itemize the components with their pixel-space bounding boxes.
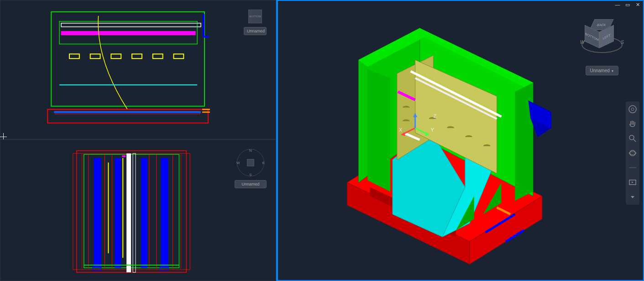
svg-rect-7 <box>90 54 100 58</box>
svg-rect-34 <box>133 154 136 272</box>
maximize-icon[interactable]: ▭ <box>625 2 630 7</box>
viewport-front[interactable]: BOTTOM Unnamed <box>0 0 276 139</box>
svg-rect-2 <box>61 23 201 27</box>
svg-rect-31 <box>141 158 147 268</box>
compass-ring[interactable]: N S E W <box>237 149 264 176</box>
svg-text:X: X <box>399 127 403 133</box>
viewcube-3d[interactable]: BACK BOTTOM LEFT W S Unnamed ▼ <box>579 19 625 65</box>
svg-marker-51 <box>367 69 390 191</box>
view-label-text: Unnamed <box>590 68 609 73</box>
compass-south[interactable]: S <box>249 173 251 177</box>
compass-east[interactable]: E <box>262 161 265 165</box>
view-label-button[interactable]: Unnamed <box>235 180 267 188</box>
svg-rect-18 <box>77 151 186 272</box>
svg-rect-9 <box>132 54 142 58</box>
svg-point-76 <box>629 135 634 140</box>
svg-point-75 <box>631 108 634 111</box>
view-label-button[interactable]: Unnamed <box>244 27 267 35</box>
viewport-3d[interactable]: — ▭ ✕ <box>277 0 644 281</box>
svg-rect-11 <box>173 54 183 58</box>
app-container: BOTTOM Unnamed <box>0 0 644 281</box>
view-label-button[interactable]: Unnamed ▼ <box>586 66 618 75</box>
svg-marker-52 <box>515 83 533 201</box>
svg-line-77 <box>634 139 636 142</box>
minimize-icon[interactable]: — <box>615 2 620 7</box>
zoom-icon[interactable] <box>628 133 638 143</box>
orbit-icon[interactable] <box>628 148 638 158</box>
compass-north[interactable]: N <box>249 148 252 153</box>
steering-wheel-icon[interactable] <box>628 104 638 114</box>
svg-rect-30 <box>115 158 121 268</box>
svg-rect-19 <box>73 154 190 270</box>
ring-west[interactable]: W <box>580 40 584 45</box>
svg-marker-82 <box>632 181 634 183</box>
svg-marker-83 <box>631 196 634 198</box>
svg-point-74 <box>629 106 636 113</box>
view-label-text: Unnamed <box>247 29 265 33</box>
svg-rect-17 <box>54 111 201 113</box>
viewcube-front[interactable]: BOTTOM Unnamed <box>244 10 267 32</box>
cube-face-label: BOTTOM <box>249 15 261 18</box>
compass-widget[interactable]: N S E W Unnamed <box>235 149 267 181</box>
svg-rect-29 <box>94 158 101 268</box>
svg-rect-10 <box>153 54 163 58</box>
compass-west[interactable]: W <box>236 161 240 165</box>
viewcube-face[interactable]: BOTTOM <box>248 10 262 23</box>
svg-rect-33 <box>126 154 131 272</box>
front-view-drawing <box>0 0 276 139</box>
svg-rect-6 <box>69 54 79 58</box>
expand-icon[interactable] <box>628 192 638 202</box>
svg-rect-3 <box>61 32 195 35</box>
pan-icon[interactable] <box>628 119 638 129</box>
svg-point-78 <box>630 150 635 156</box>
viewcube-cube[interactable]: BACK BOTTOM LEFT W S <box>584 19 620 56</box>
compass-center[interactable] <box>247 159 254 166</box>
chevron-down-icon: ▼ <box>611 69 614 73</box>
svg-rect-32 <box>161 158 168 268</box>
divider-icon <box>628 163 638 173</box>
viewport-top[interactable]: N S E W Unnamed <box>0 139 276 281</box>
svg-rect-8 <box>111 54 121 58</box>
svg-text:Z: Z <box>433 113 436 119</box>
view-label-text: Unnamed <box>241 182 259 186</box>
show-motion-icon[interactable] <box>628 177 638 187</box>
navigation-bar <box>626 101 639 205</box>
svg-text:Y: Y <box>430 127 434 133</box>
window-controls: — ▭ ✕ <box>615 2 640 7</box>
close-icon[interactable]: ✕ <box>635 2 640 7</box>
left-panel: BOTTOM Unnamed <box>0 0 277 281</box>
ring-south[interactable]: S <box>621 40 624 45</box>
